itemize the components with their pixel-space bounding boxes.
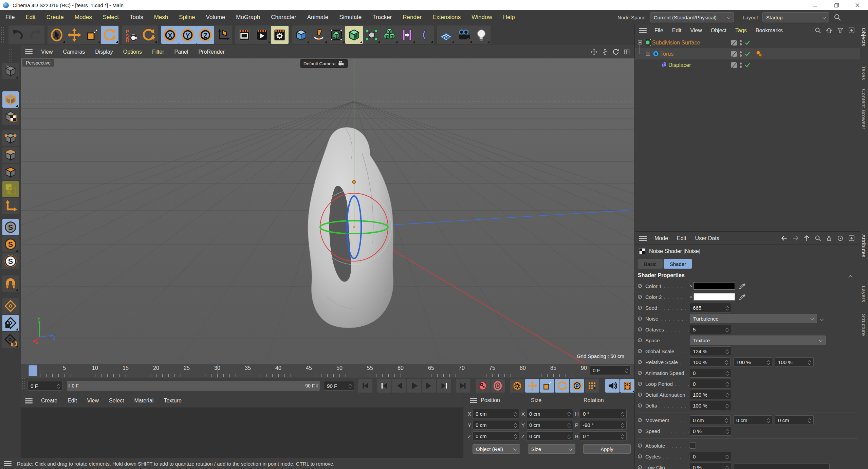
material-menu-select[interactable]: Select: [104, 398, 129, 404]
expander-icon[interactable]: [646, 52, 650, 56]
spinner-arrows-icon[interactable]: [724, 429, 730, 433]
panel-tab-layers[interactable]: Layers: [861, 286, 867, 302]
visibility-dots-icon[interactable]: [739, 51, 742, 57]
range-start-field[interactable]: 0 F: [27, 381, 63, 391]
spinner-arrows-icon[interactable]: [724, 360, 729, 364]
add-generator-button[interactable]: [345, 26, 363, 44]
animation-dot-icon[interactable]: [638, 382, 645, 386]
spinner-arrows-icon[interactable]: [765, 418, 771, 422]
value-spinner[interactable]: 0 cm: [775, 415, 814, 425]
snap-button[interactable]: [2, 275, 19, 292]
spinner-arrows-icon[interactable]: [724, 454, 730, 459]
rotation-h-field[interactable]: 0 °: [580, 409, 627, 418]
viewport-menu-display[interactable]: Display: [90, 49, 118, 55]
value-spinner[interactable]: 0 %: [690, 463, 731, 469]
object-manager-menu-file[interactable]: File: [650, 28, 668, 34]
animation-dot-icon[interactable]: [638, 338, 645, 342]
value-spinner[interactable]: 665: [690, 303, 731, 312]
next-key-button[interactable]: [437, 379, 451, 393]
visibility-dots-icon[interactable]: [739, 39, 742, 46]
expander-icon[interactable]: [638, 40, 642, 44]
menu-edit[interactable]: Edit: [20, 14, 41, 21]
add-camera-button[interactable]: [455, 26, 473, 44]
texture-mode-button[interactable]: [2, 108, 19, 125]
value-spinner[interactable]: 0 %: [690, 426, 731, 436]
play-sound-button[interactable]: [605, 379, 620, 393]
next-frame-button[interactable]: [422, 379, 436, 393]
object-manager-menu-view[interactable]: View: [686, 28, 706, 34]
add-subdivision-surface-button[interactable]: [328, 26, 345, 44]
menu-window[interactable]: Window: [466, 14, 497, 21]
spinner-arrows-icon[interactable]: [724, 403, 730, 408]
position-mode-dropdown[interactable]: Object (Rel): [473, 444, 520, 454]
menu-character[interactable]: Character: [265, 14, 302, 21]
object-row-displacer[interactable]: Displacer: [635, 59, 860, 71]
arrow-right-icon[interactable]: [792, 235, 800, 242]
lock-icon[interactable]: [826, 235, 834, 242]
goto-end-button[interactable]: [456, 379, 470, 393]
size-y-field[interactable]: 0 cm: [526, 420, 573, 430]
slider-track[interactable]: [734, 464, 830, 469]
menu-file[interactable]: File: [0, 14, 20, 21]
lock-workplane-button[interactable]: [2, 315, 19, 331]
search-icon[interactable]: [814, 27, 823, 34]
material-menu-texture[interactable]: Texture: [159, 398, 186, 404]
animation-preview-button[interactable]: [620, 379, 634, 393]
value-spinner[interactable]: 124 %: [690, 346, 731, 356]
panel-tab-structure[interactable]: Structure: [861, 314, 867, 336]
animation-dot-icon[interactable]: [638, 317, 645, 321]
value-spinner[interactable]: 0: [690, 452, 731, 461]
material-menu-edit[interactable]: Edit: [62, 398, 82, 404]
value-spinner[interactable]: 0 cm: [733, 415, 772, 425]
menu-help[interactable]: Help: [498, 14, 520, 21]
rotation-p-field[interactable]: -90 °: [580, 420, 627, 430]
quantize-button[interactable]: [2, 298, 19, 314]
preview-range-slider[interactable]: ‖0 F 90 F‖: [67, 381, 320, 391]
menu-volume[interactable]: Volume: [201, 14, 231, 21]
viewport-solo-single-button[interactable]: S: [2, 236, 19, 252]
menu-mograph[interactable]: MoGraph: [230, 14, 265, 21]
spinner-arrows-icon[interactable]: [724, 465, 730, 469]
add-spline-button[interactable]: [310, 26, 328, 44]
enabled-check-icon[interactable]: [744, 62, 751, 69]
absolute-checkbox[interactable]: [690, 443, 696, 449]
coordinates-menu-icon[interactable]: [470, 398, 477, 403]
rotate-button[interactable]: [101, 26, 118, 44]
view-name-label[interactable]: Perspective: [22, 59, 54, 67]
layer-toggle-icon[interactable]: [731, 51, 737, 57]
autokey-button[interactable]: [491, 379, 505, 393]
phong-tag-icon[interactable]: [755, 50, 763, 58]
maximize-button[interactable]: [826, 0, 847, 10]
size-mode-dropdown[interactable]: Size: [528, 444, 575, 454]
animation-dot-icon[interactable]: [638, 393, 645, 397]
range-end-field[interactable]: 90 F: [324, 381, 354, 391]
color-swatch[interactable]: [694, 293, 735, 301]
spinner-arrows-icon[interactable]: [724, 418, 729, 422]
jump-up-icon[interactable]: [826, 27, 834, 34]
om-subdiv-icon[interactable]: [644, 39, 651, 46]
panel-tab-attributes[interactable]: Attributes: [861, 234, 867, 257]
layer-toggle-icon[interactable]: [731, 40, 737, 46]
menu-extensions[interactable]: Extensions: [427, 14, 466, 21]
transport-grip[interactable]: [22, 378, 25, 389]
object-row-torus[interactable]: Torus: [635, 48, 860, 59]
value-spinner[interactable]: 5: [690, 325, 731, 334]
timeline-playhead[interactable]: [29, 365, 37, 376]
toggle-view-icon[interactable]: [623, 48, 632, 56]
record-keyframe-button[interactable]: [476, 379, 490, 393]
spinner-arrows-icon[interactable]: [724, 327, 730, 332]
value-spinner[interactable]: 0: [690, 379, 731, 389]
material-menu-material[interactable]: Material: [129, 398, 159, 404]
space-dropdown[interactable]: Texture: [690, 336, 826, 345]
menu-spline[interactable]: Spline: [173, 14, 200, 21]
toolbar-grip[interactable]: [1, 26, 5, 43]
object-manager-menu-tags[interactable]: Tags: [731, 28, 751, 34]
psr-reset-button[interactable]: PSR: [122, 26, 140, 44]
object-manager-menu-bookmarks[interactable]: Bookmarks: [751, 28, 787, 34]
menu-mesh[interactable]: Mesh: [149, 14, 174, 21]
add-deformer-button[interactable]: [398, 26, 416, 44]
add-primitive-button[interactable]: [292, 26, 310, 44]
coordinate-rotate-button[interactable]: [140, 26, 158, 44]
layer-toggle-icon[interactable]: [731, 62, 737, 68]
current-frame-field[interactable]: 0 F: [590, 365, 631, 375]
